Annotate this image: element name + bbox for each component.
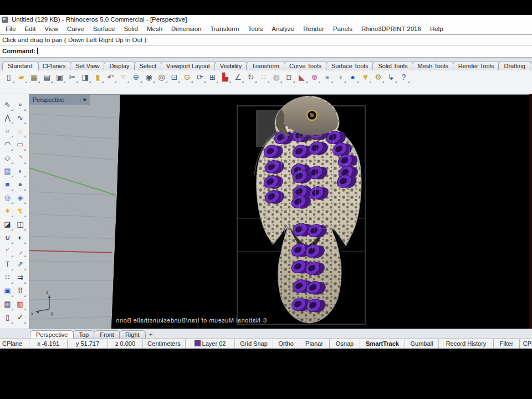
viewport-tab-perspective[interactable]: Perspective xyxy=(30,330,74,339)
lights-button[interactable]: ◍ xyxy=(270,71,283,84)
menu-view[interactable]: View xyxy=(40,25,63,33)
rotate-view-button[interactable]: ⊕ xyxy=(130,71,142,84)
block-edit-button[interactable]: ▥ xyxy=(14,298,27,311)
boolean-union-button[interactable]: ∪ xyxy=(1,232,14,244)
menu-mesh[interactable]: Mesh xyxy=(142,25,167,33)
toolbar-tab-transform[interactable]: Transform xyxy=(246,61,285,70)
explode-button[interactable]: ✶ xyxy=(1,205,14,218)
status-toggle-ortho[interactable]: Ortho xyxy=(273,339,299,349)
layer-states-button[interactable]: ∷ xyxy=(257,71,270,84)
zoom-dynamic-button[interactable]: ◎ xyxy=(155,71,168,84)
point-cloud-button[interactable]: ⠿ xyxy=(14,285,27,298)
point-button[interactable]: ∘ xyxy=(14,99,27,111)
status-toggle-planar[interactable]: Planar xyxy=(299,339,330,349)
menu-tools[interactable]: Tools xyxy=(243,25,267,33)
toolbar-tab-mesh-tools[interactable]: Mesh Tools xyxy=(412,61,454,70)
rendered-sphere-button[interactable]: ● xyxy=(346,71,359,84)
toolbar-tab-cplanes[interactable]: CPlanes xyxy=(37,61,72,70)
add-viewport-tab-button[interactable]: + xyxy=(145,331,157,339)
blend-curve-button[interactable]: ◝ xyxy=(14,152,27,165)
text-object-button[interactable]: T xyxy=(1,258,14,271)
toolbar-tab-surface-tools[interactable]: Surface Tools xyxy=(326,61,374,70)
status-toggle-gumball[interactable]: Gumball xyxy=(405,339,439,349)
ellipse-button[interactable]: ◌ xyxy=(14,125,27,138)
toolbar-tab-standard[interactable]: Standard xyxy=(2,61,39,70)
toolbar-tab-select[interactable]: Select xyxy=(134,61,163,70)
paste-button[interactable]: ▮ xyxy=(91,71,104,84)
menu-dimension[interactable]: Dimension xyxy=(167,25,206,33)
history-button[interactable]: ↳ xyxy=(385,71,397,84)
pan-button[interactable]: ☜ xyxy=(117,71,130,84)
status-toggle-osnap[interactable]: Osnap xyxy=(330,339,360,349)
ghosted-sphere-button[interactable]: ◑ xyxy=(334,71,346,84)
render-region-button[interactable]: ▣ xyxy=(1,285,14,298)
scale-button[interactable]: ⇗ xyxy=(14,258,27,271)
toolbar-tab-set-view[interactable]: Set View xyxy=(70,61,105,70)
viewport-tab-front[interactable]: Front xyxy=(94,330,120,339)
menu-transform[interactable]: Transform xyxy=(206,25,243,33)
viewport-tab-top[interactable]: Top xyxy=(73,330,95,339)
status-toggle-cpu-u[interactable]: CPU u xyxy=(520,339,532,349)
menu-help[interactable]: Help xyxy=(426,25,448,33)
zoom-button[interactable]: ◉ xyxy=(142,71,155,84)
cut-button[interactable]: ✂ xyxy=(66,71,79,84)
render-preview-button[interactable]: ⊛ xyxy=(308,71,321,84)
menu-solid[interactable]: Solid xyxy=(119,25,142,33)
fillet-curve-button[interactable]: ◜ xyxy=(1,245,14,258)
curve-boolean-button[interactable]: ↯ xyxy=(14,205,27,218)
toolbar-tab-new-in-v5[interactable]: New in V5 xyxy=(530,61,532,70)
wireframe-sphere-button[interactable]: ● xyxy=(321,71,334,84)
rotate-camera-button[interactable]: ↻ xyxy=(244,71,257,84)
sphere-button[interactable]: ● xyxy=(14,178,27,191)
polysurface-button[interactable]: ◈ xyxy=(14,192,27,204)
zoom-selected-button[interactable]: ⊙ xyxy=(181,71,193,84)
menu-surface[interactable]: Surface xyxy=(89,25,120,33)
command-input[interactable]: Command: xyxy=(0,45,532,58)
toolbar-tab-viewport-layout[interactable]: Viewport Layout xyxy=(161,61,216,70)
menu-rhino3dprint-2016[interactable]: Rhino3DPRINT 2016 xyxy=(357,25,426,33)
open-file-button[interactable]: ▰ xyxy=(15,71,28,84)
rectangle-button[interactable]: ▭ xyxy=(14,139,27,151)
menu-curve[interactable]: Curve xyxy=(63,25,89,33)
menu-edit[interactable]: Edit xyxy=(21,25,40,33)
lock-button[interactable]: ◘ xyxy=(283,71,295,84)
print-button[interactable]: ▤ xyxy=(40,71,53,84)
show-objects-button[interactable]: ▯ xyxy=(1,311,14,324)
zoom-window-button[interactable]: ⊡ xyxy=(168,71,181,84)
fillet-surface-button[interactable]: ◞ xyxy=(14,245,27,258)
trim-button[interactable]: ◪ xyxy=(1,218,14,231)
toolbar-tab-curve-tools[interactable]: Curve Tools xyxy=(284,61,328,70)
menu-panels[interactable]: Panels xyxy=(329,25,357,33)
units-display[interactable]: Centimeters xyxy=(143,339,186,349)
boolean-difference-button[interactable]: ◐ xyxy=(14,232,27,244)
block-insert-button[interactable]: ∷ xyxy=(1,272,14,284)
box-button[interactable]: ■ xyxy=(1,178,14,191)
status-toggle-record-history[interactable]: Record History xyxy=(439,339,494,349)
copy-view-button[interactable]: ▣ xyxy=(53,71,66,84)
chevron-down-icon[interactable] xyxy=(83,99,87,101)
viewport-title-bar[interactable]: Perspective xyxy=(29,95,90,105)
toolbar-tab-solid-tools[interactable]: Solid Tools xyxy=(372,61,413,70)
status-toggle-grid-snap[interactable]: Grid Snap xyxy=(235,339,273,349)
grid-array-button[interactable]: ▦ xyxy=(1,298,14,311)
circle-button[interactable]: ○ xyxy=(1,125,14,138)
measure-distance-button[interactable]: ∠ xyxy=(232,71,244,84)
render-settings-button[interactable]: ▼ xyxy=(359,71,372,84)
surface-from-points-button[interactable]: ▦ xyxy=(1,165,14,178)
viewport-perspective[interactable]: z x y xyxy=(29,94,530,329)
menu-file[interactable]: File xyxy=(1,25,21,33)
polyline-button[interactable]: ⋀ xyxy=(1,112,14,125)
status-toggle-filter[interactable]: Filter xyxy=(494,339,520,349)
status-toggle-smarttrack[interactable]: SmartTrack xyxy=(360,339,405,349)
patch-surface-button[interactable]: ◗ xyxy=(14,165,27,178)
viewport-tab-right[interactable]: Right xyxy=(119,330,146,339)
cplane-selector[interactable]: CPlane xyxy=(0,339,29,349)
new-file-button[interactable]: ▯ xyxy=(2,71,15,84)
save-file-button[interactable]: ▦ xyxy=(28,71,40,84)
distribute-button[interactable]: ⇉ xyxy=(14,272,27,284)
shaded-viewport-button[interactable]: ◣ xyxy=(295,71,308,84)
undo-button[interactable]: ↶ xyxy=(104,71,117,84)
arc-button[interactable]: ◠ xyxy=(1,139,14,151)
control-point-curve-button[interactable]: ∿ xyxy=(14,112,27,125)
zoom-extents-button[interactable]: ⟳ xyxy=(193,71,206,84)
